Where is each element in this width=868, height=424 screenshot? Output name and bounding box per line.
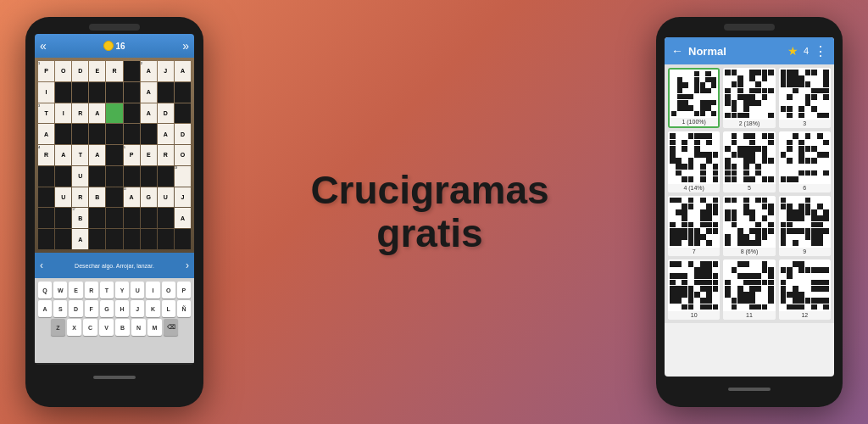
cell-4-8[interactable]: O (175, 145, 191, 165)
puzzle-item-11[interactable]: 11 (723, 259, 775, 320)
cell-0-4[interactable]: R (106, 61, 122, 81)
cell-0-3[interactable]: E (89, 61, 105, 81)
key-z[interactable]: Z (51, 319, 65, 336)
cell-4-6[interactable]: E (141, 145, 157, 165)
key-o[interactable]: O (162, 282, 175, 298)
puzzle-item-8[interactable]: 8 (6%) (723, 196, 775, 256)
title-line-1: Crucigramas (310, 168, 548, 212)
left-arrows[interactable]: « (40, 39, 47, 53)
cell-4-5[interactable]: 5P (124, 145, 140, 165)
cell-6-1[interactable]: U (55, 187, 71, 208)
cell-6-7[interactable]: U (158, 187, 174, 208)
key-y[interactable]: Y (115, 282, 129, 298)
cell-4-1[interactable]: A (55, 145, 71, 165)
menu-icon[interactable]: ⋮ (814, 43, 827, 59)
cell-7-2[interactable]: 17B (72, 208, 88, 228)
key-p[interactable]: P (177, 282, 191, 298)
key-q[interactable]: Q (38, 282, 52, 298)
puzzle-item-12[interactable]: 12 (779, 259, 831, 320)
key-k[interactable]: K (146, 300, 159, 317)
cell-4-3[interactable]: A (89, 145, 105, 165)
key-g[interactable]: G (100, 300, 114, 317)
clue-next[interactable]: › (186, 259, 189, 271)
cell-7-8[interactable]: A (175, 208, 191, 228)
cell-5-8[interactable]: 19 (175, 166, 191, 187)
key-h[interactable]: H (115, 300, 129, 317)
cell-8-2[interactable]: A (72, 229, 88, 249)
cell-3-8[interactable]: D (175, 124, 191, 144)
puzzle-qr-5 (723, 131, 775, 183)
cell-2-0[interactable]: 3T (38, 103, 54, 124)
key-a[interactable]: A (38, 300, 52, 317)
cell-6-6[interactable]: G (141, 187, 157, 208)
right-phone-screen: ← Normal ★ 4 ⋮ 1 (100%)2 (18%)34 (14%)56… (665, 37, 834, 377)
cell-0-7[interactable]: J (158, 61, 174, 81)
cell-0-8[interactable]: A (175, 61, 191, 81)
puzzle-item-4[interactable]: 4 (14%) (668, 131, 720, 192)
cell-2-6[interactable]: A (141, 103, 157, 124)
cell-0-2[interactable]: D (72, 61, 88, 81)
key-n-tilde[interactable]: Ñ (177, 300, 191, 317)
cell-2-2[interactable]: R (72, 103, 88, 124)
puzzle-item-1[interactable]: 1 (100%) (668, 68, 720, 128)
cell-6-5[interactable]: 15A (124, 187, 140, 208)
key-l[interactable]: L (162, 300, 175, 317)
puzzle-item-10[interactable]: 10 (668, 259, 720, 320)
cell-1-6[interactable]: A (141, 82, 157, 103)
cell-1-1 (55, 82, 71, 103)
key-b[interactable]: B (115, 319, 130, 336)
puzzle-item-2[interactable]: 2 (18%) (723, 68, 775, 128)
clue-bar: ‹ Desechar algo. Arrojar, lanzar. › (35, 253, 194, 278)
cell-4-2[interactable]: T (72, 145, 88, 165)
back-button[interactable]: ← (671, 44, 683, 58)
cell-2-1[interactable]: I (55, 103, 71, 124)
puzzle-item-9[interactable]: 9 (779, 196, 831, 256)
cell-4-0[interactable]: 4R (38, 145, 54, 165)
cell-1-0[interactable]: I (38, 82, 54, 103)
key-w[interactable]: W (53, 282, 67, 298)
cell-3-0[interactable]: A (38, 124, 54, 144)
key-c[interactable]: C (83, 319, 97, 336)
puzzle-item-6[interactable]: 6 (779, 131, 831, 192)
key-i[interactable]: I (146, 282, 159, 298)
main-title: Crucigramas gratis (220, 169, 639, 254)
key-u[interactable]: U (131, 282, 144, 298)
key-e[interactable]: E (69, 282, 82, 298)
crossword-grid-area[interactable]: 1P O D E R 2A J A I A 3T (35, 58, 194, 253)
cell-3-7[interactable]: A (158, 124, 174, 144)
key-t[interactable]: T (100, 282, 114, 298)
keyboard-row-1: Q W E R T Y U I O P (38, 282, 191, 298)
cell-6-8[interactable]: J (175, 187, 191, 208)
key-v[interactable]: V (99, 319, 114, 336)
puzzle-item-7[interactable]: 7 (668, 196, 720, 256)
puzzle-item-3[interactable]: 3 (779, 68, 831, 128)
key-d[interactable]: D (69, 300, 82, 317)
cell-6-3[interactable]: B (89, 187, 105, 208)
key-x[interactable]: X (67, 319, 81, 336)
puzzle-label-10: 10 (668, 311, 720, 320)
key-s[interactable]: S (53, 300, 67, 317)
puzzle-item-5[interactable]: 5 (723, 131, 775, 192)
cell-2-3[interactable]: A (89, 103, 105, 124)
cell-4-7[interactable]: R (158, 145, 174, 165)
cell-2-4-green[interactable] (106, 103, 122, 124)
cell-3-2 (72, 124, 88, 144)
right-arrows[interactable]: » (182, 39, 189, 53)
cell-2-7[interactable]: D (158, 103, 174, 124)
cell-0-1[interactable]: O (55, 61, 71, 81)
puzzle-label-11: 11 (723, 311, 775, 320)
puzzle-label-12: 12 (779, 311, 831, 320)
cell-0-6[interactable]: 2A (141, 61, 157, 81)
cell-0-0[interactable]: 1P (38, 61, 54, 81)
cell-5-2[interactable]: U (72, 166, 88, 187)
key-j[interactable]: J (131, 300, 144, 317)
key-r[interactable]: R (85, 282, 98, 298)
right-phone-bottom (656, 377, 843, 402)
cell-6-2[interactable]: R (72, 187, 88, 208)
keyboard-row-3: Z X C V B N M ⌫ (38, 319, 191, 336)
key-m[interactable]: M (147, 319, 162, 336)
key-backspace[interactable]: ⌫ (164, 319, 178, 336)
key-f[interactable]: F (85, 300, 98, 317)
key-n[interactable]: N (131, 319, 146, 336)
puzzle-label-6: 6 (779, 184, 831, 192)
